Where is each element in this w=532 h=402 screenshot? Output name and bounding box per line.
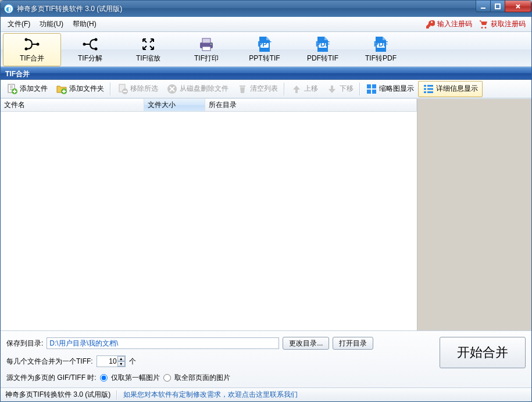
spin-down[interactable]: ▼: [117, 361, 125, 367]
pdf-file-icon-2: PDF: [374, 36, 388, 52]
section-title: TIF合并: [1, 67, 531, 80]
tab-pdf-to-tif[interactable]: PDF PDF转TIF: [294, 33, 352, 66]
add-folder-icon: [56, 83, 67, 95]
status-contact-link[interactable]: 如果您对本软件有定制修改需求，欢迎点击这里联系我们: [123, 390, 298, 400]
svg-text:PDF: PDF: [316, 40, 330, 48]
change-dir-button[interactable]: 更改目录...: [283, 337, 329, 350]
svg-text:PDF: PDF: [374, 40, 388, 48]
arrow-down-icon: [326, 83, 338, 95]
input-reg-code[interactable]: 输入注册码: [422, 19, 476, 29]
thumbnail-view-button[interactable]: 缩略图显示: [363, 81, 417, 97]
svg-rect-26: [372, 90, 376, 94]
menu-file[interactable]: 文件(F): [3, 17, 35, 31]
clear-icon: [237, 83, 248, 95]
close-button[interactable]: [505, 1, 531, 12]
svg-point-5: [95, 48, 98, 51]
column-headers: 文件名 文件大小 所在目录: [1, 99, 417, 112]
scale-icon: [141, 36, 156, 52]
minimize-button[interactable]: [476, 1, 491, 12]
svg-rect-32: [427, 91, 433, 93]
move-up-button[interactable]: 上移: [287, 81, 322, 97]
window-title: 神奇多页TIF转换软件 3.0 (试用版): [17, 4, 476, 14]
main-toolbar: TIF合并 TIF分解 TIF缩放 TIF打印 PPT PPT转TIF PDF …: [1, 32, 531, 67]
svg-point-6: [83, 43, 86, 46]
move-down-button[interactable]: 下移: [323, 81, 357, 97]
svg-point-2: [25, 48, 28, 51]
svg-rect-9: [202, 47, 210, 51]
svg-rect-27: [424, 85, 426, 87]
secondary-toolbar: 添加文件 添加文件夹 移除所选 从磁盘删除文件 清空列表 上移 下移: [1, 80, 531, 98]
col-directory[interactable]: 所在目录: [205, 99, 417, 111]
remove-selected-button[interactable]: 移除所选: [113, 81, 162, 97]
tab-tif-to-pdf[interactable]: PDF TIF转PDF: [352, 33, 410, 66]
open-dir-button[interactable]: 打开目录: [333, 337, 373, 350]
delete-disk-icon: [166, 83, 178, 95]
svg-point-1: [25, 38, 28, 41]
split-icon: [81, 36, 99, 52]
every-n-unit: 个: [129, 357, 136, 367]
svg-point-4: [95, 38, 98, 41]
title-bar: ◐ 神奇多页TIF转换软件 3.0 (试用版): [1, 1, 531, 17]
delete-from-disk-button[interactable]: 从磁盘删除文件: [163, 81, 232, 97]
pdf-file-icon: PDF: [316, 36, 330, 52]
printer-icon: [198, 36, 215, 52]
maximize-button[interactable]: [490, 1, 505, 12]
svg-rect-8: [202, 38, 210, 43]
bottom-panel: 保存到目录: 更改目录... 打开目录 每几个文件合并为一个TIFF: ▲▼ 个…: [1, 330, 531, 387]
window-controls: [476, 1, 531, 12]
tab-tif-split[interactable]: TIF分解: [61, 33, 119, 66]
detail-view-button[interactable]: 详细信息显示: [418, 81, 483, 97]
tab-tif-merge[interactable]: TIF合并: [3, 33, 61, 66]
preview-pane: [417, 99, 531, 330]
col-filename[interactable]: 文件名: [1, 99, 144, 111]
cart-icon: [479, 20, 488, 29]
menu-help[interactable]: 帮助(H): [68, 17, 101, 31]
svg-rect-31: [424, 91, 426, 93]
save-to-label: 保存到目录:: [6, 339, 43, 348]
svg-rect-0: [495, 4, 500, 9]
menu-function[interactable]: 功能(U): [35, 17, 68, 31]
remove-icon: [117, 83, 128, 95]
arrow-up-icon: [291, 83, 302, 95]
radio-all-pages[interactable]: 取全部页面的图片: [163, 373, 230, 383]
svg-rect-29: [424, 88, 426, 90]
thumbnail-icon: [366, 83, 377, 95]
save-path-input[interactable]: [47, 337, 279, 349]
svg-rect-25: [367, 90, 371, 94]
svg-point-10: [210, 44, 212, 45]
every-n-label: 每几个文件合并为一个TIFF:: [6, 357, 93, 367]
app-window: ◐ 神奇多页TIF转换软件 3.0 (试用版) 文件(F) 功能(U) 帮助(H…: [0, 0, 532, 402]
content-area: 文件名 文件大小 所在目录: [1, 98, 531, 330]
ppt-file-icon: PPT: [258, 36, 272, 52]
clear-list-button[interactable]: 清空列表: [233, 81, 281, 97]
spin-up[interactable]: ▲: [117, 356, 125, 361]
merge-icon: [23, 36, 41, 52]
start-merge-button[interactable]: 开始合并: [440, 337, 526, 368]
svg-rect-30: [427, 88, 433, 90]
tab-tif-print[interactable]: TIF打印: [177, 33, 235, 66]
multipage-label: 源文件为多页的 GIF/TIFF 时:: [6, 373, 97, 383]
detail-icon: [423, 83, 434, 95]
key-icon: [426, 20, 435, 29]
get-reg-code[interactable]: 获取注册码: [476, 19, 529, 29]
tab-ppt-to-tif[interactable]: PPT PPT转TIF: [235, 33, 294, 66]
add-file-button[interactable]: 添加文件: [3, 81, 51, 97]
svg-rect-24: [372, 84, 376, 88]
svg-rect-28: [427, 85, 433, 87]
svg-rect-23: [367, 84, 371, 88]
radio-first-page[interactable]: 仅取第一幅图片: [100, 373, 160, 383]
app-icon: ◐: [4, 4, 13, 13]
svg-point-3: [37, 43, 40, 46]
add-file-icon: [6, 83, 18, 95]
tab-tif-scale[interactable]: TIF缩放: [119, 33, 177, 66]
file-list-body[interactable]: [1, 112, 417, 330]
status-bar: 神奇多页TIF转换软件 3.0 (试用版) 如果您对本软件有定制修改需求，欢迎点…: [1, 387, 531, 401]
menu-bar: 文件(F) 功能(U) 帮助(H) 输入注册码 获取注册码: [1, 17, 531, 32]
file-list-pane: 文件名 文件大小 所在目录: [1, 99, 417, 330]
status-app-name: 神奇多页TIF转换软件 3.0 (试用版): [5, 390, 110, 400]
col-filesize[interactable]: 文件大小: [144, 99, 205, 111]
add-folder-button[interactable]: 添加文件夹: [52, 81, 108, 97]
svg-text:PPT: PPT: [258, 40, 272, 48]
